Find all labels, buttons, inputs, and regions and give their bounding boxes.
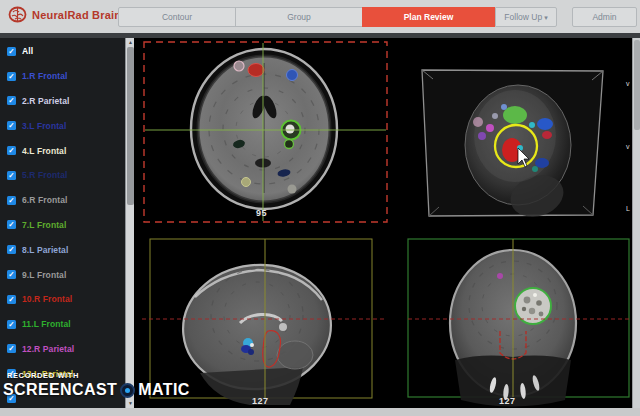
tab-follow-up-label: Follow Up xyxy=(504,12,542,22)
checkbox-checked-icon[interactable]: ✓ xyxy=(7,72,16,81)
axial-slice-number: 95 xyxy=(256,208,267,218)
structure-label: 8.L Parietal xyxy=(22,245,68,255)
structure-label: 12.R Parietal xyxy=(22,344,74,354)
sidebar-scrollbar[interactable]: ▲ ▼ xyxy=(125,38,134,408)
tab-contour[interactable]: Contour xyxy=(118,7,236,27)
viewport-3d[interactable] xyxy=(385,38,632,233)
structure-item-8[interactable]: ✓ 8.L Parietal xyxy=(0,237,125,262)
structure-label: 3.L Frontal xyxy=(22,121,66,131)
app-window: NeuralRad Brain Contour Group Plan Revie… xyxy=(0,0,640,416)
page-scrollbar[interactable] xyxy=(632,38,640,408)
structure-list: ✓ All ✓ 1.R Frontal ✓ 2.R Parietal ✓ 3.L… xyxy=(0,38,125,408)
viewport-sagittal[interactable]: 127 xyxy=(140,235,389,408)
checkbox-checked-icon[interactable]: ✓ xyxy=(7,220,16,229)
structure-label: 10.R Frontal xyxy=(22,294,72,304)
structure-item-10[interactable]: ✓ 10.R Frontal xyxy=(0,287,125,312)
3d-render-image xyxy=(385,38,632,233)
structure-item-1[interactable]: ✓ 1.R Frontal xyxy=(0,64,125,89)
structure-item-7[interactable]: ✓ 7.L Frontal xyxy=(0,213,125,238)
top-nav: NeuralRad Brain Contour Group Plan Revie… xyxy=(0,0,640,33)
checkbox-checked-icon[interactable]: ✓ xyxy=(7,121,16,130)
structure-label: 1.R Frontal xyxy=(22,71,68,81)
checkbox-checked-icon[interactable]: ✓ xyxy=(7,369,16,378)
structure-item-11[interactable]: ✓ 11.L Frontal xyxy=(0,312,125,337)
checkbox-checked-icon[interactable]: ✓ xyxy=(7,146,16,155)
structure-label: 11.L Frontal xyxy=(22,319,71,329)
checkbox-checked-icon[interactable]: ✓ xyxy=(7,344,16,353)
sagittal-slice-number: 127 xyxy=(252,396,269,406)
checkbox-checked-icon[interactable]: ✓ xyxy=(7,196,16,205)
coronal-mri-image xyxy=(393,235,632,408)
structure-label: 2.R Parietal xyxy=(22,96,70,106)
checkbox-checked-icon[interactable]: ✓ xyxy=(7,295,16,304)
tab-group[interactable]: Group xyxy=(235,7,363,27)
sagittal-mri-image xyxy=(140,235,389,408)
app-logo: NeuralRad Brain xyxy=(8,6,121,24)
structure-item-3[interactable]: ✓ 3.L Frontal xyxy=(0,113,125,138)
viewport-grid: 95 xyxy=(134,38,632,408)
chevron-down-icon: ▾ xyxy=(544,14,548,21)
structure-item-6[interactable]: ✓ 6.R Frontal xyxy=(0,188,125,213)
brain-logo-icon xyxy=(8,6,28,24)
bottom-bar xyxy=(0,408,640,416)
clipped-label-fragment: v xyxy=(626,143,630,150)
structure-item-2[interactable]: ✓ 2.R Parietal xyxy=(0,89,125,114)
tab-admin[interactable]: Admin xyxy=(572,7,637,27)
structure-item-13[interactable]: ✓ 13.L Parietal xyxy=(0,361,125,386)
sidebar-scrollbar-thumb[interactable] xyxy=(127,47,134,205)
page-scrollbar-thumb[interactable] xyxy=(634,40,640,130)
structure-label: All xyxy=(22,46,33,56)
structure-label: 13.L Parietal xyxy=(22,369,73,379)
structure-label: 6.R Frontal xyxy=(22,195,68,205)
checkbox-checked-icon[interactable]: ✓ xyxy=(7,96,16,105)
checkbox-checked-icon[interactable]: ✓ xyxy=(7,270,16,279)
structure-item-5[interactable]: ✓ 5.R Frontal xyxy=(0,163,125,188)
checkbox-checked-icon[interactable]: ✓ xyxy=(7,320,16,329)
viewport-axial[interactable]: 95 xyxy=(143,41,388,223)
checkbox-checked-icon[interactable]: ✓ xyxy=(7,245,16,254)
clipped-label-fragment: L xyxy=(626,205,630,212)
structure-item-12[interactable]: ✓ 12.R Parietal xyxy=(0,337,125,362)
structure-label: 7.L Frontal xyxy=(22,220,66,230)
app-title: NeuralRad Brain xyxy=(32,9,121,21)
coronal-slice-number: 127 xyxy=(499,396,516,406)
axial-mri-image xyxy=(143,41,388,223)
structure-item-9[interactable]: ✓ 9.L Frontal xyxy=(0,262,125,287)
structure-label: 4.L Frontal xyxy=(22,146,66,156)
structure-label: 5.R Frontal xyxy=(22,170,68,180)
viewport-coronal[interactable]: 127 xyxy=(393,235,632,408)
clipped-label-fragment: v xyxy=(626,80,630,87)
structure-item-all[interactable]: ✓ All xyxy=(0,39,125,64)
checkbox-checked-icon[interactable]: ✓ xyxy=(7,47,16,56)
checkbox-checked-icon[interactable]: ✓ xyxy=(7,394,16,403)
checkbox-checked-icon[interactable]: ✓ xyxy=(7,171,16,180)
tab-plan-review[interactable]: Plan Review xyxy=(362,7,495,27)
structure-label: 9.L Frontal xyxy=(22,270,66,280)
structure-item-4[interactable]: ✓ 4.L Frontal xyxy=(0,138,125,163)
tab-follow-up[interactable]: Follow Up▾ xyxy=(495,7,557,27)
